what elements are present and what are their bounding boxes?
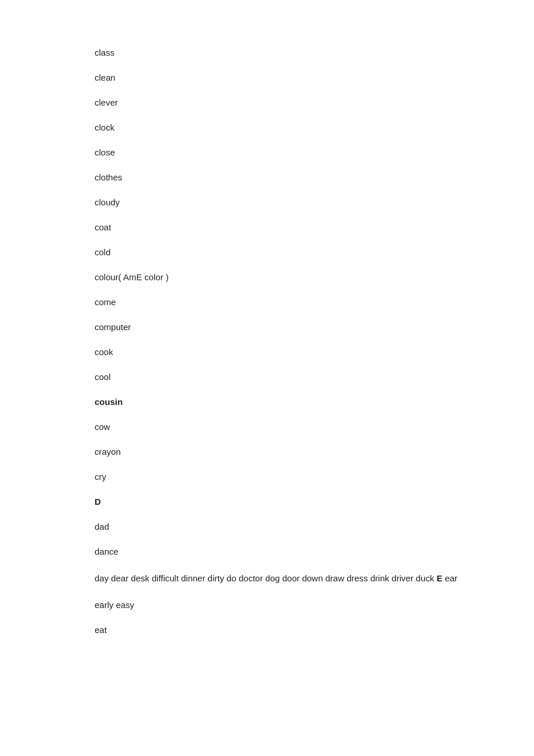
- word-text: clock: [95, 122, 114, 132]
- list-item: crayon: [95, 446, 534, 458]
- list-item: cool: [95, 371, 534, 383]
- list-item: dad: [95, 520, 534, 533]
- word-text: cloudy: [95, 197, 120, 207]
- word-text: clothes: [95, 172, 122, 182]
- list-item: computer: [95, 321, 534, 333]
- list-item: clean: [95, 71, 534, 84]
- word-text: crayon: [95, 447, 121, 457]
- word-text: cousin: [95, 397, 122, 407]
- word-text: cook: [95, 347, 113, 357]
- word-text: cold: [95, 247, 111, 257]
- list-item: cold: [95, 246, 534, 258]
- word-text: cry: [95, 472, 106, 482]
- list-item: cloudy: [95, 196, 534, 208]
- list-item: dance: [95, 545, 534, 558]
- list-item: clock: [95, 121, 534, 133]
- section-letter-text: D: [95, 497, 101, 507]
- main-content: class clean clever clock close clothes c…: [0, 0, 534, 695]
- word-text: early easy: [95, 600, 134, 610]
- word-text: dad: [95, 522, 109, 531]
- list-item: class: [95, 46, 534, 59]
- list-item: early easy: [95, 599, 534, 611]
- word-text: close: [95, 147, 115, 157]
- list-item: clothes: [95, 171, 534, 183]
- section-letter-e: E: [436, 573, 442, 583]
- list-item: cook: [95, 346, 534, 358]
- list-item: cow: [95, 421, 534, 433]
- word-text: eat: [95, 625, 107, 635]
- list-item: come: [95, 296, 534, 308]
- section-heading-d: D: [95, 495, 534, 508]
- word-text: computer: [95, 322, 131, 332]
- word-text: dance: [95, 547, 118, 556]
- word-text: come: [95, 297, 116, 307]
- word-text: colour( AmE color ): [95, 272, 169, 282]
- word-text: clean: [95, 73, 116, 82]
- word-text: clever: [95, 97, 118, 107]
- list-item: cousin: [95, 396, 534, 408]
- list-item: close: [95, 146, 534, 158]
- word-text: cow: [95, 422, 110, 432]
- list-item: colour( AmE color ): [95, 271, 534, 283]
- list-item: coat: [95, 221, 534, 233]
- word-text: coat: [95, 222, 111, 232]
- list-item-inline: day dear desk difficult dinner dirty do …: [95, 570, 534, 586]
- word-text: class: [95, 48, 114, 57]
- list-item: clever: [95, 96, 534, 108]
- word-text: cool: [95, 372, 111, 382]
- inline-words: day dear desk difficult dinner dirty do …: [95, 573, 457, 583]
- list-item: eat: [95, 624, 534, 636]
- list-item: cry: [95, 471, 534, 483]
